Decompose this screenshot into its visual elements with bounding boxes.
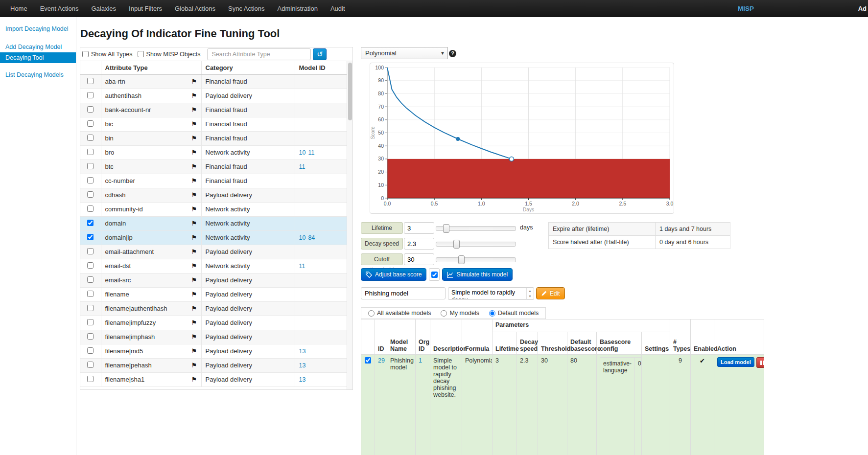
attribute-row-checkbox[interactable] — [87, 333, 94, 340]
nav-item-home[interactable]: Home — [4, 5, 34, 12]
attribute-row[interactable]: authentihash⚑ Payload delivery — [80, 89, 348, 103]
slider-handle[interactable] — [443, 224, 449, 233]
attribute-row-checkbox[interactable] — [87, 149, 94, 155]
attribute-row[interactable]: aba-rtn⚑ Financial fraud — [80, 74, 348, 89]
attribute-row-checkbox[interactable] — [87, 78, 94, 84]
navbar-user-link[interactable]: Ad — [858, 5, 867, 12]
adjust-base-score-button[interactable]: Adjust base score — [361, 268, 426, 281]
nav-item-input-filters[interactable]: Input Filters — [122, 5, 168, 12]
nav-item-audit[interactable]: Audit — [324, 5, 352, 12]
nav-item-global-actions[interactable]: Global Actions — [168, 5, 222, 12]
param-value-input-decay-speed[interactable] — [404, 238, 434, 250]
attribute-table-scrollbar[interactable] — [347, 61, 352, 389]
textarea-scrollbar[interactable]: ▲▼ — [526, 288, 533, 299]
attribute-row-checkbox[interactable] — [87, 347, 94, 354]
attribute-row-checkbox[interactable] — [87, 276, 94, 283]
show-all-types-checkbox[interactable] — [82, 51, 89, 57]
attribute-row-checkbox[interactable] — [87, 262, 94, 269]
model-id-link[interactable]: 10 — [299, 234, 306, 241]
attribute-row-checkbox[interactable] — [87, 234, 94, 240]
attribute-row[interactable]: filename|sha1⚑ Payload delivery 13 — [80, 372, 348, 387]
attribute-row-checkbox[interactable] — [87, 177, 94, 183]
attribute-row[interactable]: filename|md5⚑ Payload delivery 13 — [80, 344, 348, 358]
model-description-textarea[interactable]: Simple model to rapidly decay — [448, 288, 526, 298]
attribute-row[interactable]: filename|impfuzzy⚑ Payload delivery — [80, 316, 348, 330]
attribute-row-checkbox[interactable] — [87, 120, 94, 127]
slider-handle[interactable] — [453, 240, 460, 249]
attribute-row-checkbox[interactable] — [87, 92, 94, 98]
attribute-row[interactable]: filename|imphash⚑ Payload delivery — [80, 330, 348, 344]
attribute-row[interactable]: cc-number⚑ Financial fraud — [80, 174, 348, 188]
sidebar-item-import-decaying-model[interactable]: Import Decaying Model — [0, 23, 76, 34]
attribute-row-checkbox[interactable] — [87, 319, 94, 325]
load-model-button[interactable]: Load model — [717, 357, 754, 367]
adjust-base-score-checkbox[interactable] — [431, 272, 438, 278]
param-slider-lifetime[interactable] — [436, 226, 516, 231]
model-id-link[interactable]: 13 — [299, 376, 306, 383]
pause-model-button[interactable] — [756, 357, 764, 368]
param-slider-cutoff-threshold[interactable] — [436, 257, 516, 262]
model-id-link[interactable]: 11 — [308, 149, 314, 156]
attribute-row-checkbox[interactable] — [87, 248, 94, 254]
attribute-row-checkbox[interactable] — [87, 220, 94, 226]
model-id-link[interactable]: 13 — [299, 362, 306, 369]
formula-select[interactable]: Polynomial ▼ — [361, 47, 448, 59]
edit-model-button[interactable]: Edit — [536, 287, 565, 299]
scope-radio-my-models[interactable] — [441, 310, 447, 317]
model-row[interactable]: 29 Phishing model 1 Simple model to rapi… — [361, 355, 764, 455]
attribute-row[interactable]: filename|authentihash⚑ Payload delivery — [80, 301, 348, 316]
refresh-button[interactable]: ↺ — [313, 48, 327, 60]
nav-item-administration[interactable]: Administration — [271, 5, 324, 12]
param-value-input-lifetime[interactable] — [404, 222, 434, 234]
model-row-checkbox[interactable] — [365, 357, 371, 364]
attribute-row[interactable]: bro⚑ Network activity 1011 — [80, 145, 348, 159]
attribute-row-checkbox[interactable] — [87, 362, 94, 368]
attribute-row-checkbox[interactable] — [87, 205, 94, 212]
attribute-row[interactable]: btc⚑ Financial fraud 11 — [80, 159, 348, 174]
scrollbar-thumb[interactable] — [348, 63, 352, 120]
attribute-row[interactable]: filename⚑ Payload delivery — [80, 287, 348, 301]
attribute-row[interactable]: bin⚑ Financial fraud — [80, 131, 348, 145]
nav-item-galaxies[interactable]: Galaxies — [85, 5, 122, 12]
misp-brand-link[interactable]: MISP — [738, 5, 754, 12]
param-slider-decay-speed[interactable] — [436, 242, 516, 247]
attribute-row[interactable]: cdhash⚑ Payload delivery — [80, 188, 348, 202]
show-misp-objects-checkbox[interactable] — [138, 51, 144, 57]
attribute-row-checkbox[interactable] — [87, 106, 94, 113]
slider-handle[interactable] — [458, 255, 465, 264]
attribute-row-checkbox[interactable] — [87, 376, 94, 382]
attribute-row-checkbox[interactable] — [87, 305, 94, 311]
attribute-row-checkbox[interactable] — [87, 191, 94, 198]
attribute-row[interactable]: email-src⚑ Payload delivery — [80, 273, 348, 287]
attribute-row-checkbox[interactable] — [87, 291, 94, 297]
attribute-row[interactable]: community-id⚑ Network activity — [80, 202, 348, 216]
model-id-link[interactable]: 13 — [299, 348, 306, 355]
attribute-row[interactable]: email-dst⚑ Network activity 11 — [80, 259, 348, 273]
model-org-link[interactable]: 1 — [419, 357, 422, 364]
scope-radio-default-models[interactable] — [489, 310, 495, 317]
model-id-link[interactable]: 10 — [299, 149, 306, 156]
attribute-row[interactable]: email-attachment⚑ Payload delivery — [80, 245, 348, 259]
help-icon[interactable]: ? — [449, 50, 456, 57]
sidebar-item-add-decaying-model[interactable]: Add Decaying Model — [0, 42, 76, 52]
model-name-input[interactable] — [361, 287, 446, 299]
model-id-link[interactable]: 84 — [308, 234, 315, 241]
nav-item-event-actions[interactable]: Event Actions — [34, 5, 85, 12]
attribute-row[interactable]: bic⚑ Financial fraud — [80, 117, 348, 131]
attribute-search-input[interactable] — [207, 48, 311, 60]
sidebar-item-list-decaying-models[interactable]: List Decaying Models — [0, 69, 76, 80]
model-id-cell-link[interactable]: 29 — [378, 357, 385, 364]
attribute-row-checkbox[interactable] — [87, 163, 94, 169]
sidebar-item-decaying-tool[interactable]: Decaying Tool — [0, 52, 76, 63]
scope-radio-all-available-models[interactable] — [368, 310, 375, 317]
model-id-link[interactable]: 11 — [299, 163, 305, 170]
attribute-row[interactable]: bank-account-nr⚑ Financial fraud — [80, 103, 348, 117]
param-value-input-cutoff-threshold[interactable] — [404, 253, 434, 265]
attribute-row[interactable]: domain|ip⚑ Network activity 1084 — [80, 230, 348, 245]
model-id-link[interactable]: 11 — [299, 263, 305, 270]
attribute-row[interactable]: domain⚑ Network activity — [80, 216, 348, 230]
nav-item-sync-actions[interactable]: Sync Actions — [222, 5, 271, 12]
simulate-model-button[interactable]: Simulate this model — [442, 268, 513, 281]
attribute-row[interactable]: filename|pehash⚑ Payload delivery 13 — [80, 358, 348, 372]
attribute-row-checkbox[interactable] — [87, 135, 94, 141]
